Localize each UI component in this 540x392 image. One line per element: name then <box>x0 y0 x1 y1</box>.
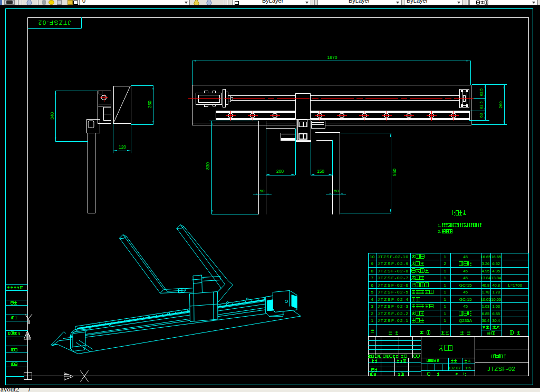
svg-text:JTZSF-02-5: JTZSF-02-5 <box>378 290 409 295</box>
svg-text:2.: 2. <box>438 229 441 234</box>
svg-text:1: 1 <box>443 290 446 295</box>
svg-text:45: 45 <box>463 290 468 295</box>
svg-text:830: 830 <box>205 162 210 170</box>
svg-text:1: 1 <box>443 297 446 302</box>
svg-text:5: 5 <box>371 290 373 295</box>
svg-text:1.: 1. <box>438 223 441 228</box>
svg-text:1.03: 1.03 <box>492 304 500 309</box>
svg-text:3.26: 3.26 <box>482 261 490 266</box>
svg-text:150: 150 <box>317 169 324 174</box>
svg-text:30.4: 30.4 <box>492 318 500 323</box>
svg-text:6.52: 6.52 <box>492 261 500 266</box>
svg-text:1: 1 <box>443 304 446 309</box>
svg-text:45: 45 <box>463 304 468 309</box>
svg-text:2: 2 <box>443 261 446 266</box>
svg-text:45: 45 <box>463 276 468 280</box>
svg-text:10: 10 <box>370 254 374 259</box>
svg-text:200: 200 <box>276 169 284 174</box>
svg-text:1: 1 <box>443 254 446 259</box>
svg-text:6.85: 6.85 <box>492 311 500 316</box>
svg-text:1.78: 1.78 <box>492 290 500 295</box>
svg-text:1: 1 <box>371 318 373 323</box>
svg-text:50: 50 <box>334 189 339 193</box>
svg-text:1: 1 <box>443 283 446 288</box>
svg-text:83.5: 83.5 <box>479 101 484 109</box>
svg-text:GCr15: GCr15 <box>459 297 472 302</box>
svg-text:6: 6 <box>371 283 373 288</box>
svg-text:13.84: 13.84 <box>481 276 491 280</box>
svg-text:13.84: 13.84 <box>491 276 501 280</box>
svg-text:JTZSF-02-9: JTZSF-02-9 <box>378 261 409 266</box>
svg-text:40.8: 40.8 <box>482 283 490 288</box>
svg-text:JTZSF-02-2: JTZSF-02-2 <box>378 311 409 316</box>
svg-text:1: 1 <box>443 318 446 323</box>
svg-text:83.5: 83.5 <box>479 89 484 96</box>
svg-text:30.4: 30.4 <box>482 318 490 323</box>
svg-text:340: 340 <box>50 112 55 120</box>
svg-text:JTZSF-02-8: JTZSF-02-8 <box>378 269 409 273</box>
svg-text:L=1700: L=1700 <box>508 283 522 288</box>
svg-text:4.95: 4.95 <box>482 269 490 273</box>
svg-text:50: 50 <box>260 189 265 193</box>
svg-text:JTZSF-02-7: JTZSF-02-7 <box>378 276 409 280</box>
svg-text:1: 1 <box>443 269 446 273</box>
svg-text:1: 1 <box>443 311 446 316</box>
svg-text:4: 4 <box>371 297 373 302</box>
svg-text:4.95: 4.95 <box>492 269 500 273</box>
svg-text:132.87: 132.87 <box>448 366 460 370</box>
svg-text:2: 2 <box>371 311 373 316</box>
svg-text:10.05: 10.05 <box>481 297 491 302</box>
svg-text:40.8: 40.8 <box>492 283 500 288</box>
svg-text:1: 1 <box>443 276 446 280</box>
svg-text:8: 8 <box>371 269 373 273</box>
svg-text:JTZSF-02-6: JTZSF-02-6 <box>378 283 409 288</box>
svg-text:1.03: 1.03 <box>482 304 490 309</box>
svg-text:260: 260 <box>498 101 503 109</box>
svg-text:JTZSF-02: JTZSF-02 <box>487 366 515 372</box>
svg-text:120: 120 <box>119 144 126 150</box>
svg-text:45: 45 <box>463 269 468 273</box>
svg-text:45: 45 <box>463 254 468 259</box>
svg-text:63: 63 <box>479 113 484 117</box>
svg-text:1.78: 1.78 <box>482 290 490 295</box>
svg-text:GCr15: GCr15 <box>459 283 472 288</box>
svg-text:JTZSF-02: JTZSF-02 <box>37 19 71 26</box>
svg-text:1:6: 1:6 <box>465 366 470 370</box>
svg-text:260: 260 <box>147 101 152 108</box>
svg-text:1870: 1870 <box>327 55 338 60</box>
svg-text:9: 9 <box>371 261 373 266</box>
svg-text:16.65: 16.65 <box>491 254 501 259</box>
svg-text:10.05: 10.05 <box>491 297 501 302</box>
svg-text:JTZSF-02-3: JTZSF-02-3 <box>378 304 409 309</box>
svg-text:550: 550 <box>392 169 397 176</box>
svg-text:JTZSF-02-4: JTZSF-02-4 <box>378 297 409 302</box>
svg-text:JTZSF-02-10: JTZSF-02-10 <box>378 254 409 259</box>
svg-text:7: 7 <box>371 276 373 280</box>
svg-text:6.85: 6.85 <box>482 311 490 316</box>
svg-text:JTZSF-02-1: JTZSF-02-1 <box>378 318 409 323</box>
svg-text:3: 3 <box>371 304 373 309</box>
svg-text:Q235A: Q235A <box>459 318 472 323</box>
svg-text:16.65: 16.65 <box>481 254 491 259</box>
